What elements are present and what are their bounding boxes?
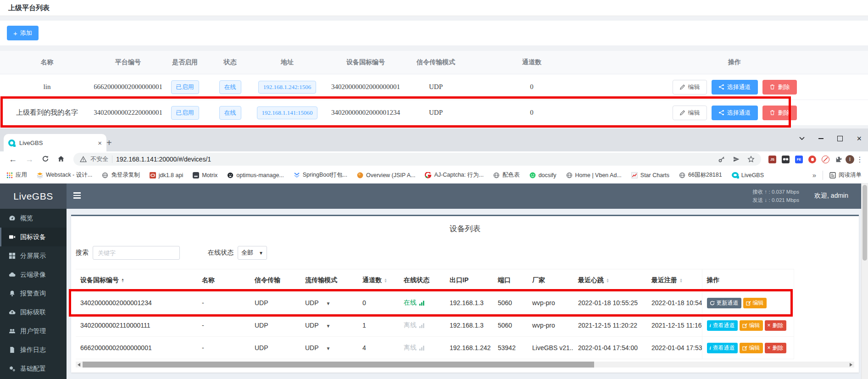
cell-channels: 4: [358, 337, 399, 359]
device-list-card: 设备列表 搜索 在线状态 全部 ▼ 设备国标编号▲▼: [71, 215, 859, 373]
welcome-user[interactable]: 欢迎, admin: [814, 192, 848, 200]
pencil-icon: [679, 110, 685, 116]
status-badge: 在线: [219, 106, 241, 120]
browser-menu-icon[interactable]: ⋮: [856, 155, 863, 164]
bookmark-copy-free[interactable]: 免登录复制: [102, 171, 140, 179]
tab-close-icon[interactable]: ×: [98, 139, 102, 146]
bookmark-vben[interactable]: Home | Vben Ad...: [566, 172, 622, 178]
tab-search-icon[interactable]: [799, 137, 805, 140]
header-device-id[interactable]: 设备国标编号▲▼: [76, 269, 197, 292]
bookmark-apps[interactable]: 应用: [6, 171, 27, 179]
sidebar-item-basic-config[interactable]: 基础配置: [0, 359, 67, 378]
back-icon[interactable]: ←: [9, 155, 17, 163]
address-badge: 192.168.1.242:1506: [258, 81, 316, 94]
stop-hand-extension-icon[interactable]: [808, 156, 816, 163]
bookmark-star-charts[interactable]: Star Charts: [631, 172, 669, 178]
bookmark-optimus[interactable]: optimus-manage...: [227, 172, 284, 178]
search-input[interactable]: [93, 246, 180, 260]
update-channels-button[interactable]: 更新通道: [707, 298, 741, 308]
app-logo[interactable]: LiveGBS: [0, 184, 67, 209]
reading-list-button[interactable]: 阅读清单: [829, 171, 862, 179]
address-bar[interactable]: 不安全 192.168.1.141:20000/#/devices/1: [73, 153, 761, 166]
header-channels[interactable]: 通道数▲▼: [358, 269, 399, 292]
sidebar-item-devices[interactable]: 国标设备: [0, 228, 67, 246]
bookmark-webstack[interactable]: Webstack - 设计...: [37, 171, 92, 179]
sidebar-item-overview[interactable]: 概览: [0, 209, 67, 228]
url-text[interactable]: 192.168.1.141:20000/#/devices/1: [116, 156, 714, 163]
bookmark-overview-jsip[interactable]: Overview (JSIP A...: [357, 172, 415, 178]
livegbs-favicon: [732, 172, 739, 178]
home-icon[interactable]: [57, 155, 65, 164]
delete-platform-button[interactable]: 删除: [762, 80, 797, 95]
docsify-icon: [529, 172, 536, 178]
delete-device-button[interactable]: × 删除: [765, 320, 786, 331]
cell-stream-mode[interactable]: UDP▼: [300, 337, 358, 359]
header-heartbeat[interactable]: 最近心跳▲▼: [573, 269, 647, 292]
delete-platform-button[interactable]: 删除: [762, 106, 797, 120]
fe-extension-icon[interactable]: FE: [795, 156, 803, 163]
bookmark-springboot[interactable]: SpringBoot打包...: [294, 171, 347, 179]
sort-icon: ▲▼: [384, 278, 387, 283]
scroll-left-arrow[interactable]: [76, 362, 82, 368]
header-signaling: 信令传输: [250, 269, 300, 292]
platform-page-title: 上级平台列表: [0, 0, 868, 16]
sidebar-item-cascade[interactable]: 国标级联: [0, 303, 67, 322]
scroll-right-arrow[interactable]: [848, 362, 854, 368]
bookmark-color-table[interactable]: 配色表: [493, 171, 520, 179]
edit-platform-button[interactable]: 编辑: [673, 80, 707, 95]
view-channels-button[interactable]: i 查看通道: [707, 320, 738, 331]
horizontal-scrollbar-thumb[interactable]: [83, 362, 594, 368]
browser-tab-livegbs[interactable]: LiveGBS ×: [4, 134, 106, 151]
cell-stream-mode[interactable]: UDP▼: [300, 314, 358, 337]
blocker-extension-icon[interactable]: [822, 156, 829, 163]
edit-device-button[interactable]: 编辑: [740, 320, 763, 331]
new-tab-button[interactable]: +: [106, 138, 112, 147]
bookmarks-overflow-icon[interactable]: »: [812, 171, 816, 179]
close-window-icon[interactable]: ×: [857, 134, 862, 143]
view-channels-button[interactable]: i 查看通道: [707, 343, 738, 353]
vertical-scrollbar-thumb[interactable]: [862, 185, 867, 261]
sidebar-item-split-screen[interactable]: 分屏展示: [0, 246, 67, 265]
cell-export-ip: 192.168.1.242: [445, 337, 493, 359]
minimize-icon[interactable]: [818, 138, 823, 139]
edit-device-button[interactable]: 编辑: [743, 298, 767, 308]
edit-platform-button[interactable]: 编辑: [673, 106, 707, 120]
edit-device-button[interactable]: 编辑: [740, 343, 763, 353]
bookmark-star-icon[interactable]: [747, 156, 755, 163]
sidebar-item-operation-log[interactable]: 操作日志: [0, 340, 67, 359]
horizontal-scrollbar[interactable]: [76, 362, 854, 368]
add-platform-button[interactable]: + 添加: [7, 26, 39, 40]
reload-icon[interactable]: [42, 155, 49, 164]
js-extension-icon[interactable]: JS: [768, 156, 776, 163]
browser-profile-avatar[interactable]: I: [846, 155, 854, 164]
security-label[interactable]: 不安全: [90, 155, 108, 163]
cell-stream-mode[interactable]: UDP▼: [300, 292, 358, 314]
cell-port: 5060: [493, 292, 528, 314]
online-status-select[interactable]: 全部 ▼: [238, 246, 267, 260]
globe-icon: [566, 172, 573, 178]
header-vendor: 厂家: [528, 269, 573, 292]
sidebar-item-user-management[interactable]: 用户管理: [0, 322, 67, 340]
bookmark-jdk-api[interactable]: jdk1.8 api: [150, 172, 184, 178]
password-key-icon[interactable]: [718, 156, 725, 163]
bookmark-aj-captcha[interactable]: AJ-Captcha: 行为...: [425, 171, 484, 179]
sidebar-toggle-icon[interactable]: [73, 192, 81, 199]
select-channel-button[interactable]: 选择通道: [712, 80, 758, 95]
bookmark-livegbs[interactable]: LiveGBS: [732, 172, 764, 178]
not-secure-warning-icon: [80, 156, 87, 162]
send-to-device-icon[interactable]: [733, 156, 740, 163]
bookmark-motrix[interactable]: Motrix: [193, 172, 217, 178]
vertical-scrollbar[interactable]: [861, 184, 868, 379]
select-channel-button[interactable]: 选择通道: [712, 106, 758, 120]
header-registered[interactable]: 最近注册▲▼: [647, 269, 702, 292]
forward-icon[interactable]: →: [25, 155, 33, 163]
bookmark-gb28181[interactable]: 66国标28181: [679, 171, 722, 179]
cell-channels: 0: [358, 292, 399, 314]
sidebar-item-alarm-query[interactable]: 报警查询: [0, 284, 67, 303]
incognito-extension-icon[interactable]: [782, 156, 790, 163]
sidebar-item-cloud-record[interactable]: 云端录像: [0, 265, 67, 284]
maximize-icon[interactable]: [837, 136, 843, 141]
extensions-puzzle-icon[interactable]: [835, 156, 843, 163]
delete-device-button[interactable]: × 删除: [765, 343, 786, 353]
bookmark-docsify[interactable]: docsify: [529, 172, 556, 178]
